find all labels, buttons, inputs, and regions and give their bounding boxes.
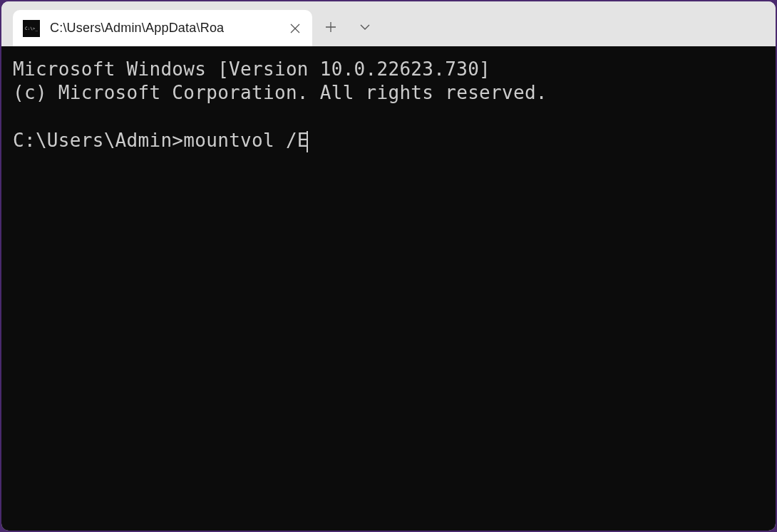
titlebar-controls [314, 1, 382, 46]
terminal-content: Microsoft Windows [Version 10.0.22623.73… [13, 58, 764, 152]
close-icon [290, 24, 300, 33]
command-input: mountvol /E [183, 130, 309, 151]
chevron-down-icon [359, 24, 371, 31]
new-tab-button[interactable] [314, 10, 348, 44]
tab-active[interactable]: C:\>_ C:\Users\Admin\AppData\Roa [13, 10, 312, 46]
titlebar: C:\>_ C:\Users\Admin\AppData\Roa [1, 1, 776, 46]
terminal-area[interactable]: Microsoft Windows [Version 10.0.22623.73… [1, 46, 776, 531]
cursor [307, 131, 308, 152]
tab-close-button[interactable] [284, 17, 307, 40]
banner-line-1: Microsoft Windows [Version 10.0.22623.73… [13, 58, 490, 80]
dropdown-button[interactable] [348, 10, 382, 44]
cmd-icon: C:\>_ [23, 20, 40, 37]
plus-icon [325, 21, 336, 33]
banner-line-2: (c) Microsoft Corporation. All rights re… [13, 82, 547, 103]
prompt: C:\Users\Admin> [13, 130, 183, 151]
terminal-window: C:\>_ C:\Users\Admin\AppData\Roa [1, 1, 776, 531]
tab-title: C:\Users\Admin\AppData\Roa [50, 21, 274, 36]
